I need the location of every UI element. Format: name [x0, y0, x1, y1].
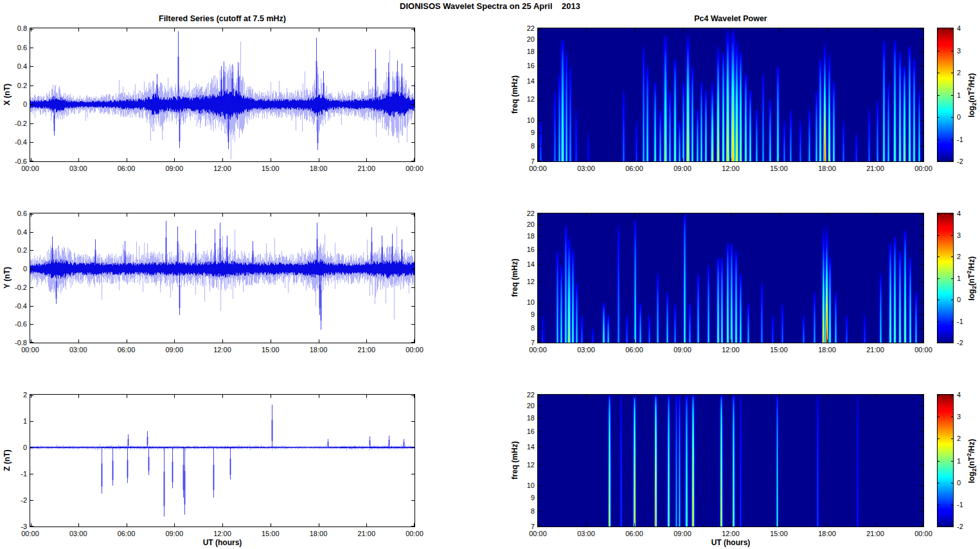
z-series-ylabel: Z (nT): [3, 422, 12, 499]
y-wavelet-canvas: [538, 213, 923, 343]
x-tick-label: 21:00: [350, 164, 383, 173]
x-tick-label: 09:00: [157, 164, 191, 173]
x-tick-label: 12:00: [206, 529, 239, 538]
x-series-ylabel: X (nT): [3, 56, 12, 133]
x-wavelet-colorbar: [937, 28, 954, 162]
x-tick-label: 00:00: [907, 529, 940, 538]
x-tick-label: 12:00: [714, 345, 747, 354]
x-tick-label: 21:00: [859, 164, 892, 173]
z-series-plot: [30, 394, 415, 527]
y-tick-label: 2: [0, 390, 27, 399]
x-tick-label: 21:00: [859, 529, 892, 538]
x-tick-label: 00:00: [398, 164, 431, 173]
x-series-canvas: [30, 28, 414, 161]
freq-tick-label: 20: [514, 401, 535, 410]
right-xaxis-label: UT (hours): [538, 538, 923, 548]
y-tick-label: -0.4: [0, 138, 27, 147]
x-wavelet-colorbar-canvas: [938, 28, 953, 161]
colorbar-label: log2(nT2/Hz): [966, 57, 977, 134]
freq-tick-label: 22: [514, 390, 535, 399]
x-tick-label: 18:00: [810, 345, 844, 354]
x-series-plot: [30, 28, 415, 162]
x-wavelet-canvas: [538, 28, 923, 161]
y-wavelet-colorbar-canvas: [938, 213, 953, 343]
x-tick-label: 18:00: [302, 529, 335, 538]
z-wavelet-plot: [537, 394, 924, 527]
x-tick-label: 03:00: [569, 345, 603, 354]
x-tick-label: 15:00: [762, 164, 796, 173]
freq-tick-label: 18: [514, 413, 535, 422]
y-tick-label: -0.6: [0, 320, 27, 328]
x-tick-label: 00:00: [398, 345, 431, 354]
x-tick-label: 03:00: [62, 164, 95, 173]
x-tick-label: 03:00: [569, 529, 603, 538]
colorbar-tick-label: 4: [957, 209, 974, 218]
colorbar-tick-label: -1: [957, 500, 974, 509]
colorbar-tick-label: -2: [957, 522, 974, 531]
freq-tick-label: 20: [514, 220, 535, 229]
z-wavelet-colorbar-canvas: [938, 395, 953, 526]
y-series-ylabel: Y (nT): [3, 239, 12, 316]
figure-title: DIONISOS Wavelet Spectra on 25 April 201…: [0, 1, 980, 11]
x-tick-label: 00:00: [521, 164, 555, 173]
x-tick-label: 12:00: [714, 164, 747, 173]
x-tick-label: 15:00: [254, 345, 287, 354]
x-tick-label: 03:00: [62, 345, 95, 354]
x-tick-label: 18:00: [302, 164, 335, 173]
colorbar-tick-label: -2: [957, 338, 974, 347]
x-tick-label: 18:00: [810, 164, 844, 173]
x-tick-label: 09:00: [157, 345, 191, 354]
x-tick-label: 15:00: [762, 345, 796, 354]
x-tick-label: 12:00: [206, 345, 239, 354]
x-tick-label: 06:00: [110, 345, 143, 354]
y-tick-label: 0.6: [0, 209, 27, 218]
x-tick-label: 15:00: [254, 529, 287, 538]
x-tick-label: 15:00: [762, 529, 796, 538]
y-series-canvas: [30, 213, 414, 343]
colorbar-label: log2(nT2/Hz): [966, 240, 977, 317]
y-wavelet-plot: [537, 213, 924, 343]
x-tick-label: 06:00: [618, 345, 651, 354]
colorbar-tick-label: -1: [957, 317, 974, 326]
left-column-title: Filtered Series (cutoff at 7.5 mHz): [30, 14, 414, 24]
z-series-canvas: [30, 395, 414, 526]
colorbar-tick-label: 3: [957, 46, 974, 55]
x-tick-label: 06:00: [110, 529, 143, 538]
x-tick-label: 06:00: [618, 164, 651, 173]
colorbar-tick-label: 3: [957, 231, 974, 240]
x-tick-label: 06:00: [618, 529, 651, 538]
y-series-plot: [30, 213, 415, 343]
x-tick-label: 12:00: [714, 529, 747, 538]
left-xaxis-label: UT (hours): [30, 538, 414, 548]
freq-tick-label: 20: [514, 35, 535, 44]
x-tick-label: 18:00: [302, 345, 335, 354]
colorbar-label: log2(nT2/Hz): [966, 422, 977, 500]
right-column-title: Pc4 Wavelet Power: [538, 14, 923, 24]
y-tick-label: 0.8: [0, 24, 27, 33]
colorbar-tick-label: 4: [957, 24, 974, 33]
y-wavelet-colorbar: [937, 213, 954, 343]
x-tick-label: 09:00: [157, 529, 191, 538]
z-wavelet-colorbar: [937, 394, 954, 527]
figure-root: DIONISOS Wavelet Spectra on 25 April 201…: [0, 0, 980, 549]
x-tick-label: 03:00: [569, 164, 603, 173]
y-wavelet-ylabel: freq (mHz): [510, 239, 519, 316]
freq-tick-label: 8: [514, 323, 535, 332]
freq-tick-label: 8: [514, 507, 535, 516]
freq-tick-label: 8: [514, 141, 535, 150]
freq-tick-label: 22: [514, 209, 535, 218]
x-tick-label: 00:00: [13, 164, 47, 173]
freq-tick-label: 22: [514, 24, 535, 33]
x-tick-label: 09:00: [666, 164, 699, 173]
x-tick-label: 00:00: [907, 345, 940, 354]
x-tick-label: 00:00: [13, 345, 47, 354]
x-tick-label: 06:00: [110, 164, 143, 173]
x-tick-label: 00:00: [521, 345, 555, 354]
z-wavelet-ylabel: freq (mHz): [510, 422, 519, 499]
x-wavelet-plot: [537, 28, 924, 162]
x-tick-label: 00:00: [521, 529, 555, 538]
x-tick-label: 15:00: [254, 164, 287, 173]
x-tick-label: 21:00: [859, 345, 892, 354]
x-tick-label: 18:00: [810, 529, 844, 538]
colorbar-tick-label: 3: [957, 412, 974, 421]
